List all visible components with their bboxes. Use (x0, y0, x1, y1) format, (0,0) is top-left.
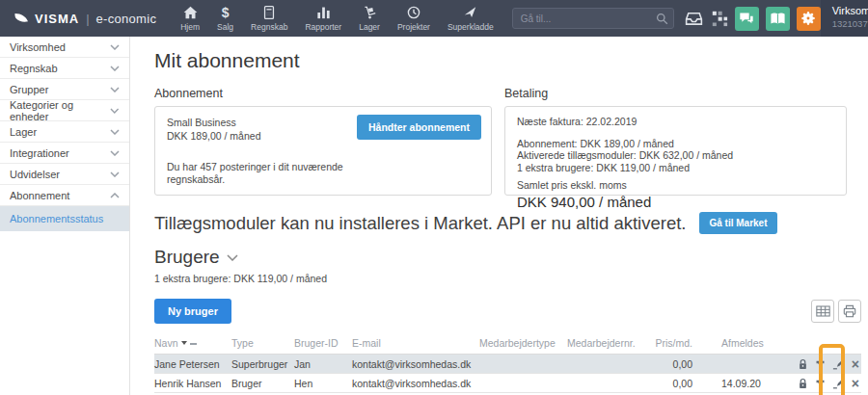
sort-desc-icon (181, 341, 187, 345)
manage-subscription-button[interactable]: Håndter abonnement (357, 115, 481, 140)
subscription-card: Small Business DKK 189,00 / måned Håndte… (154, 106, 492, 196)
chevron-down-icon (227, 254, 238, 261)
sidebar-item-integrationer[interactable]: Integrationer (0, 143, 129, 164)
total-label: Samlet pris ekskl. moms (517, 179, 834, 192)
top-nav: Hjem $ Salg Regnskab Rapporter Lager Pro… (172, 6, 502, 32)
sidebar-item-udvidelser[interactable]: Udvidelser (0, 164, 129, 185)
remove-icon[interactable]: × (852, 357, 859, 371)
book-icon[interactable] (766, 7, 790, 31)
filter-icon (190, 343, 197, 345)
edit-icon[interactable] (832, 378, 845, 389)
payment-line-modules: Aktiverede tillægsmoduler: DKK 632,00 / … (517, 149, 834, 162)
chevron-up-icon (110, 193, 120, 198)
sidebar: Virksomhed Regnskab Grupper Kategorier o… (0, 37, 130, 395)
main-content: Mit abonnement Abonnement Small Business… (130, 37, 868, 395)
market-banner-text: Tillægsmoduler kan nu installeres i Mark… (154, 213, 686, 234)
search-input[interactable] (512, 8, 674, 29)
clock-icon (407, 6, 420, 20)
grid-dots-icon[interactable] (711, 10, 728, 27)
search-icon (656, 12, 668, 29)
payment-heading: Betaling (504, 87, 847, 100)
topbar-tools (684, 7, 821, 31)
edit-icon[interactable] (832, 358, 845, 370)
paper-plane-icon (463, 6, 477, 20)
global-search (512, 8, 674, 29)
print-icon[interactable] (838, 300, 861, 323)
new-user-button[interactable]: Ny bruger (154, 299, 231, 324)
col-type: Type (231, 335, 294, 355)
gear-icon[interactable] (797, 7, 821, 31)
sidebar-item-regnskab[interactable]: Regnskab (0, 58, 129, 79)
chevron-down-icon (110, 66, 120, 71)
calculator-icon (263, 6, 275, 20)
nav-regnskab[interactable]: Regnskab (242, 6, 296, 32)
lock-icon[interactable] (798, 378, 808, 389)
sort-by-name[interactable]: Navn (154, 337, 197, 349)
chat-icon[interactable] (735, 7, 759, 31)
sidebar-item-lager[interactable]: Lager (0, 121, 129, 143)
visma-wordmark: VISMA (35, 12, 79, 26)
page-title: Mit abonnement (154, 49, 861, 72)
users-subtext: 1 ekstra brugere: DKK 119,00 / måned (154, 273, 861, 284)
col-medarbejdernr: Medarbejdernr. (567, 335, 625, 355)
chevron-down-icon (110, 87, 120, 92)
chevron-down-icon (110, 150, 120, 156)
sidebar-item-abonnement[interactable]: Abonnement (0, 185, 129, 206)
users-section-toggle[interactable]: Brugere (154, 247, 861, 268)
company-name: Virksomhed A/S (832, 4, 868, 18)
sidebar-item-kategorier[interactable]: Kategorier og enheder (0, 100, 129, 121)
sidebar-item-abonnementsstatus[interactable]: Abonnementsstatus (0, 206, 129, 231)
col-bruger-id: Bruger-ID (294, 335, 352, 355)
table-columns-icon[interactable] (811, 300, 834, 323)
col-medarbejdertype: Medarbejdertype (479, 335, 567, 355)
visma-swoosh-icon (14, 13, 30, 25)
col-afmeldes: Afmeldes (692, 335, 774, 355)
access-icon[interactable] (815, 378, 826, 389)
payment-card: Næste faktura: 22.02.2019 Abonnement: DK… (504, 106, 847, 196)
home-icon (183, 6, 198, 20)
chevron-down-icon (110, 129, 120, 135)
payment-line-users: 1 ekstra brugere: DKK 119,00 / måned (517, 162, 834, 174)
nav-salg[interactable]: $ Salg (208, 6, 242, 32)
nav-projekter[interactable]: Projekter (389, 6, 439, 32)
table-row[interactable]: Jane Petersen Superbruger Jan kontakt@vi… (154, 355, 861, 374)
chevron-down-icon (110, 44, 120, 50)
total-value: DKK 940,00 / måned (517, 194, 834, 210)
postings-note: Du har 457 posteringer i dit nuværende r… (167, 161, 369, 186)
access-icon[interactable] (815, 358, 826, 370)
hand-truck-icon (363, 6, 377, 20)
company-number: 1321037 Jan (832, 18, 868, 30)
next-invoice: Næste faktura: 22.02.2019 (517, 116, 834, 128)
sidebar-item-virksomhed[interactable]: Virksomhed (0, 37, 129, 58)
remove-icon[interactable]: × (852, 377, 859, 390)
product-name: e-conomic (96, 12, 157, 26)
lock-icon[interactable] (798, 358, 808, 370)
users-table: Navn Type Bruger-ID E-mail Medarbejderty… (154, 335, 861, 395)
visma-logo[interactable]: VISMA | e-conomic (0, 12, 156, 26)
chevron-down-icon (110, 171, 120, 177)
nav-rapporter[interactable]: Rapporter (296, 6, 350, 32)
go-to-market-button[interactable]: Gå til Market (699, 212, 776, 234)
table-row[interactable]: Henrik Hansen Bruger Hen kontakt@virksom… (154, 374, 861, 393)
nav-superkladde[interactable]: Superkladde (439, 6, 502, 32)
nav-hjem[interactable]: Hjem (172, 6, 208, 32)
col-email: E-mail (352, 335, 479, 355)
chevron-down-icon (110, 108, 120, 114)
company-menu[interactable]: Virksomhed A/S 1321037 Jan (821, 0, 868, 37)
payment-line-subscription: Abonnement: DKK 189,00 / måned (517, 138, 834, 150)
subscription-heading: Abonnement (154, 87, 492, 100)
dollar-icon: $ (222, 6, 230, 20)
sidebar-item-grupper[interactable]: Grupper (0, 79, 129, 100)
topbar: VISMA | e-conomic Hjem $ Salg Regnskab R… (0, 0, 868, 37)
logo-divider: | (86, 12, 89, 26)
nav-lager[interactable]: Lager (350, 6, 389, 32)
inbox-icon[interactable] (684, 10, 704, 27)
bar-chart-icon (316, 6, 331, 20)
